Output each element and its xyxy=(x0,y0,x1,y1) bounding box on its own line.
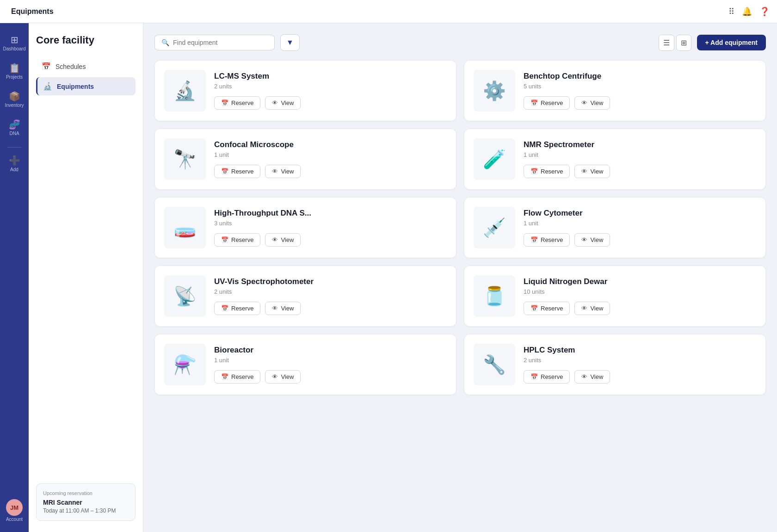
equipment-info-highthroughput: High-Throughput DNA S... 3 units 📅 Reser… xyxy=(214,209,447,247)
reserve-button-uvvis[interactable]: 📅 Reserve xyxy=(214,302,260,315)
equipment-card-centrifuge: ⚙️ Benchtop Centrifuge 5 units 📅 Reserve… xyxy=(464,60,766,121)
calendar-icon-highthroughput: 📅 xyxy=(221,236,228,243)
equipment-units-confocal: 1 unit xyxy=(214,151,447,158)
equipment-card-highthroughput: 🧫 High-Throughput DNA S... 3 units 📅 Res… xyxy=(154,197,456,258)
view-button-confocal[interactable]: 👁 View xyxy=(265,165,301,178)
nav-item-inventory[interactable]: 📦 Inventory xyxy=(2,87,27,111)
calendar-icon-nmr: 📅 xyxy=(530,168,538,175)
equipment-name-nmr: NMR Spectrometer xyxy=(524,140,756,149)
equipment-name-ln2dewar: Liquid Nitrogen Dewar xyxy=(524,277,756,286)
equipment-image-flowcytometer: 💉 xyxy=(474,207,515,248)
equipment-info-centrifuge: Benchtop Centrifuge 5 units 📅 Reserve 👁 … xyxy=(524,72,756,110)
sidebar-spacer xyxy=(36,97,136,476)
sidebar-item-schedules[interactable]: 📅 Schedules xyxy=(36,57,136,75)
inventory-icon: 📦 xyxy=(9,91,20,102)
view-button-centrifuge[interactable]: 👁 View xyxy=(574,96,610,110)
eye-icon-confocal: 👁 xyxy=(272,168,278,175)
nav-item-dashboard[interactable]: ⊞ Dashboard xyxy=(2,31,27,55)
eye-icon-centrifuge: 👁 xyxy=(581,99,587,106)
equipment-info-bioreactor: Bioreactor 1 unit 📅 Reserve 👁 View xyxy=(214,346,447,384)
reserve-button-confocal[interactable]: 📅 Reserve xyxy=(214,165,260,178)
nav-item-dna[interactable]: 🧬 DNA xyxy=(2,115,27,140)
reserve-button-highthroughput[interactable]: 📅 Reserve xyxy=(214,233,260,247)
upcoming-reservation-time: Today at 11:00 AM – 1:30 PM xyxy=(43,507,129,514)
search-input[interactable] xyxy=(173,39,268,46)
equipment-info-confocal: Confocal Microscope 1 unit 📅 Reserve 👁 V… xyxy=(214,140,447,178)
equipment-units-lcms: 2 units xyxy=(214,83,447,90)
equipment-info-hplc: HPLC System 2 units 📅 Reserve 👁 View xyxy=(524,346,756,384)
add-equipment-button[interactable]: + Add equipment xyxy=(697,35,766,50)
equipment-info-uvvis: UV-Vis Spectrophotometer 2 units 📅 Reser… xyxy=(214,277,447,315)
reserve-button-flowcytometer[interactable]: 📅 Reserve xyxy=(524,233,570,247)
equipment-name-bioreactor: Bioreactor xyxy=(214,346,447,355)
equipment-actions-flowcytometer: 📅 Reserve 👁 View xyxy=(524,233,756,247)
equipment-units-highthroughput: 3 units xyxy=(214,220,447,227)
equipment-info-lcms: LC-MS System 2 units 📅 Reserve 👁 View xyxy=(214,72,447,110)
eye-icon-hplc: 👁 xyxy=(581,373,587,380)
search-box[interactable]: 🔍 xyxy=(154,35,275,50)
equipment-name-hplc: HPLC System xyxy=(524,346,756,355)
sidebar-item-equipments[interactable]: 🔬 Equipments xyxy=(36,77,136,95)
equipment-actions-confocal: 📅 Reserve 👁 View xyxy=(214,165,447,178)
equipment-units-hplc: 2 units xyxy=(524,357,756,364)
reserve-button-ln2dewar[interactable]: 📅 Reserve xyxy=(524,302,570,315)
notification-icon[interactable]: 🔔 xyxy=(742,6,752,17)
equipment-image-highthroughput: 🧫 xyxy=(164,207,206,248)
add-nav-icon: ➕ xyxy=(9,155,20,166)
help-icon[interactable]: ❓ xyxy=(759,6,770,17)
projects-icon: 📋 xyxy=(9,62,20,74)
nav-item-projects[interactable]: 📋 Projects xyxy=(2,59,27,83)
reserve-button-bioreactor[interactable]: 📅 Reserve xyxy=(214,370,260,384)
equipment-card-ln2dewar: 🫙 Liquid Nitrogen Dewar 10 units 📅 Reser… xyxy=(464,266,766,327)
main-content: 🔍 ▼ ☰ ⊞ + Add equipment 🔬 LC-MS System 2… xyxy=(143,23,777,532)
sidebar-item-label-schedules: Schedules xyxy=(56,63,86,70)
equipment-name-highthroughput: High-Throughput DNA S... xyxy=(214,209,447,218)
view-button-uvvis[interactable]: 👁 View xyxy=(265,302,301,315)
nav-label-projects: Projects xyxy=(6,74,23,80)
topbar-title: Equipments xyxy=(11,7,728,16)
view-button-nmr[interactable]: 👁 View xyxy=(574,165,610,178)
equipment-image-uvvis: 📡 xyxy=(164,275,206,317)
toolbar: 🔍 ▼ ☰ ⊞ + Add equipment xyxy=(154,34,766,51)
nav-label-add: Add xyxy=(10,167,18,172)
view-button-ln2dewar[interactable]: 👁 View xyxy=(574,302,610,315)
equipment-units-uvvis: 2 units xyxy=(214,288,447,295)
equipment-name-flowcytometer: Flow Cytometer xyxy=(524,209,756,218)
view-button-bioreactor[interactable]: 👁 View xyxy=(265,370,301,384)
eye-icon-bioreactor: 👁 xyxy=(272,373,278,380)
equipment-image-centrifuge: ⚙️ xyxy=(474,70,515,111)
equipment-actions-centrifuge: 📅 Reserve 👁 View xyxy=(524,96,756,110)
calendar-icon-confocal: 📅 xyxy=(221,168,228,175)
reserve-button-lcms[interactable]: 📅 Reserve xyxy=(214,96,260,110)
account-avatar: JM xyxy=(6,499,23,516)
nav-divider xyxy=(7,147,21,148)
reserve-button-hplc[interactable]: 📅 Reserve xyxy=(524,370,570,384)
grid-icon[interactable]: ⠿ xyxy=(728,6,734,17)
view-button-flowcytometer[interactable]: 👁 View xyxy=(574,233,610,247)
view-button-lcms[interactable]: 👁 View xyxy=(265,96,301,110)
nav-account[interactable]: JM Account xyxy=(3,496,25,525)
equipment-actions-ln2dewar: 📅 Reserve 👁 View xyxy=(524,302,756,315)
equipment-actions-uvvis: 📅 Reserve 👁 View xyxy=(214,302,447,315)
equipment-info-flowcytometer: Flow Cytometer 1 unit 📅 Reserve 👁 View xyxy=(524,209,756,247)
view-button-highthroughput[interactable]: 👁 View xyxy=(265,233,301,247)
equipment-image-nmr: 🧪 xyxy=(474,138,515,180)
eye-icon-highthroughput: 👁 xyxy=(272,236,278,243)
reserve-button-centrifuge[interactable]: 📅 Reserve xyxy=(524,96,570,110)
grid-view-button[interactable]: ⊞ xyxy=(676,35,691,51)
equipment-card-hplc: 🔧 HPLC System 2 units 📅 Reserve 👁 View xyxy=(464,334,766,395)
equipment-image-ln2dewar: 🫙 xyxy=(474,275,515,317)
equipment-actions-highthroughput: 📅 Reserve 👁 View xyxy=(214,233,447,247)
sidebar-item-label-equipments: Equipments xyxy=(57,83,94,90)
dna-icon: 🧬 xyxy=(9,119,20,130)
equipment-image-lcms: 🔬 xyxy=(164,70,206,111)
equipment-image-bioreactor: ⚗️ xyxy=(164,344,206,385)
reserve-button-nmr[interactable]: 📅 Reserve xyxy=(524,165,570,178)
nav-item-add[interactable]: ➕ Add xyxy=(2,151,27,176)
filter-button[interactable]: ▼ xyxy=(280,34,300,51)
view-button-hplc[interactable]: 👁 View xyxy=(574,370,610,384)
equipment-units-nmr: 1 unit xyxy=(524,151,756,158)
list-view-button[interactable]: ☰ xyxy=(659,35,674,51)
schedules-icon: 📅 xyxy=(42,62,51,71)
upcoming-reservation-name: MRI Scanner xyxy=(43,499,129,506)
